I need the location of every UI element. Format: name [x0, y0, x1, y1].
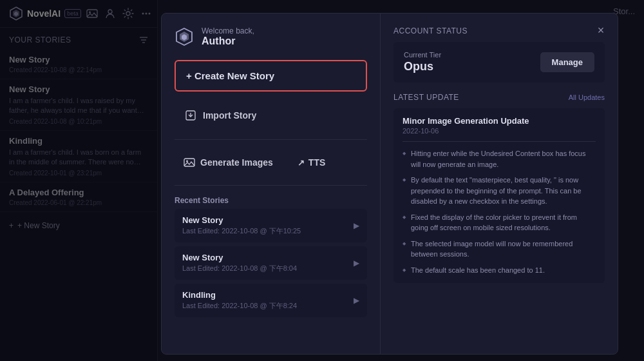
tier-name: Opus [404, 60, 441, 73]
recent-story-date-1: Last Edited: 2022-10-08 @ 下午8:04 [182, 264, 297, 273]
generate-row: Generate Images ↗ TTS [175, 145, 367, 180]
image-gen-icon [184, 157, 195, 168]
tier-label: Current Tier [404, 51, 441, 59]
update-card-date: 2022-10-06 [402, 127, 596, 135]
welcome-logo-icon [175, 27, 194, 46]
welcome-author: Author [202, 35, 254, 47]
recent-story-title-2: Kindling [182, 290, 297, 300]
import-icon [185, 110, 196, 121]
update-list-item: Fixed the display of the color picker to… [402, 212, 596, 233]
modal: × Welcome back, Author + Create New Stor… [161, 13, 618, 355]
manage-button[interactable]: Manage [540, 52, 594, 72]
divider-1 [175, 139, 367, 140]
update-list: Hitting enter while the Undesired Conten… [402, 148, 596, 275]
generate-images-button[interactable]: Generate Images [175, 150, 282, 175]
welcome-text: Welcome back, Author [202, 26, 254, 47]
account-status-section: Account Status Current Tier Opus Manage [393, 26, 605, 83]
modal-left-panel: Welcome back, Author + Create New Story … [162, 14, 381, 354]
update-divider [402, 141, 596, 142]
create-new-story-button[interactable]: + Create New Story [175, 60, 367, 92]
svg-rect-18 [184, 159, 194, 166]
recent-story-0[interactable]: New Story Last Edited: 2022-10-08 @ 下午10… [175, 209, 367, 242]
update-list-item: The selected image model will now be rem… [402, 239, 596, 260]
generate-images-label: Generate Images [200, 157, 273, 168]
close-button[interactable]: × [593, 23, 609, 38]
chevron-right-icon-0: ▶ [354, 221, 359, 230]
tier-info: Current Tier Opus [404, 51, 441, 73]
latest-update-title: Latest Update [393, 93, 459, 102]
update-list-item: The default scale has been changed to 11… [402, 265, 596, 276]
update-list-item: By default the text "masterpiece, best q… [402, 175, 596, 207]
recent-story-info-2: Kindling Last Edited: 2022-10-08 @ 下午8:2… [182, 290, 297, 311]
svg-point-19 [186, 161, 188, 162]
import-story-label: Import Story [203, 110, 256, 121]
latest-update-section: Latest Update All Updates Minor Image Ge… [393, 93, 605, 283]
recent-story-title-0: New Story [182, 215, 301, 225]
tts-label: TTS [308, 157, 325, 168]
all-updates-link[interactable]: All Updates [569, 93, 605, 101]
recent-story-title-1: New Story [182, 253, 297, 262]
account-status-title: Account Status [393, 26, 605, 35]
welcome-greeting: Welcome back, [202, 26, 254, 35]
recent-story-info-0: New Story Last Edited: 2022-10-08 @ 下午10… [182, 215, 301, 236]
recent-story-2[interactable]: Kindling Last Edited: 2022-10-08 @ 下午8:2… [175, 284, 367, 317]
update-card-title: Minor Image Generation Update [402, 116, 596, 126]
chevron-right-icon-2: ▶ [354, 296, 359, 305]
recent-story-1[interactable]: New Story Last Edited: 2022-10-08 @ 下午8:… [175, 246, 367, 280]
latest-update-header: Latest Update All Updates [393, 93, 605, 102]
update-list-item: Hitting enter while the Undesired Conten… [402, 148, 596, 170]
chevron-right-icon-1: ▶ [354, 259, 359, 268]
create-story-label: + Create New Story [186, 70, 274, 81]
welcome-section: Welcome back, Author [175, 26, 367, 47]
recent-stories-label: Recent Stories [175, 191, 367, 209]
recent-story-info-1: New Story Last Edited: 2022-10-08 @ 下午8:… [182, 253, 297, 273]
import-story-button[interactable]: Import Story [175, 102, 367, 129]
tts-button[interactable]: ↗ TTS [289, 151, 334, 174]
update-card: Minor Image Generation Update 2022-10-06… [393, 108, 605, 283]
tier-card: Current Tier Opus Manage [393, 42, 605, 83]
recent-story-date-2: Last Edited: 2022-10-08 @ 下午8:24 [182, 301, 297, 311]
modal-right-panel: Account Status Current Tier Opus Manage … [381, 14, 618, 354]
recent-story-date-0: Last Edited: 2022-10-08 @ 下午10:25 [182, 226, 301, 236]
modal-body: Welcome back, Author + Create New Story … [162, 14, 618, 354]
external-link-icon: ↗ [298, 158, 305, 168]
divider-2 [175, 185, 367, 186]
